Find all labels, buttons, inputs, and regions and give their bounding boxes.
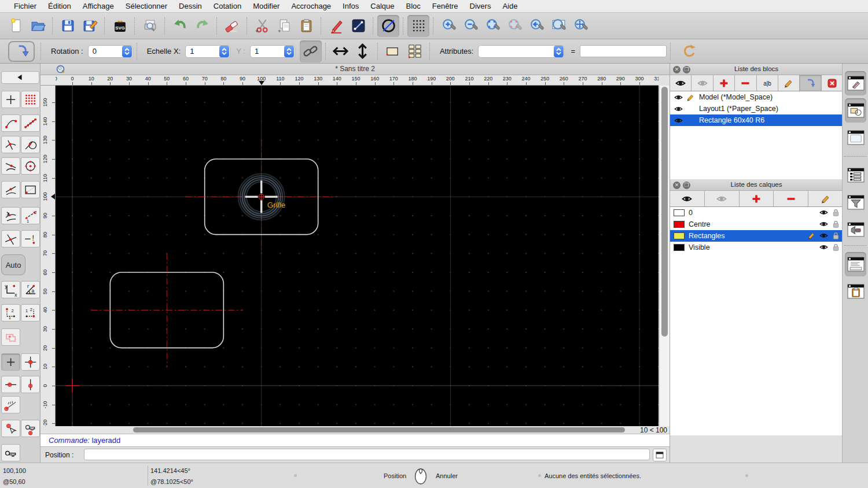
reset-transform-button[interactable] <box>8 41 35 62</box>
layer-lock-icon[interactable] <box>832 220 840 228</box>
scale-y-combo-stepper-icon[interactable] <box>284 46 294 57</box>
coord-relative-2-button[interactable]: 12 <box>21 304 40 321</box>
zoom-window-button[interactable] <box>547 15 569 37</box>
restrict-nothing-button[interactable] <box>1 353 20 371</box>
menu-item-selectionner[interactable]: Sélectionner <box>120 2 173 10</box>
snap-grid-button[interactable] <box>21 91 40 108</box>
dock-clipboard-window-toggle[interactable] <box>845 279 866 304</box>
layer-lock-icon[interactable] <box>832 208 840 217</box>
flip-vertical-button[interactable] <box>352 40 374 62</box>
snap-on-entity-button[interactable] <box>1 181 20 198</box>
scale-x-combo[interactable]: 1 <box>185 45 230 58</box>
show-all-blocks-button[interactable] <box>670 75 692 91</box>
block-visibility-icon[interactable] <box>674 105 683 113</box>
dock-library-browser-toggle[interactable] <box>845 98 866 123</box>
menu-item-infos[interactable]: Infos <box>337 2 365 10</box>
paste-button[interactable] <box>295 15 317 37</box>
document-titlebar[interactable]: * Sans titre 2 <box>41 64 670 75</box>
menu-item-accrochage[interactable]: Accrochage <box>285 2 337 10</box>
block-visibility-icon[interactable] <box>674 93 683 102</box>
draft-mode-button[interactable] <box>377 15 399 37</box>
restrict-vertical-button[interactable] <box>21 376 40 393</box>
coord-cartesian-button[interactable]: yx <box>1 281 20 298</box>
snap-endpoints-button[interactable] <box>1 114 20 132</box>
scale-x-combo-stepper-icon[interactable] <box>219 46 229 57</box>
snap-on-entity-points-button[interactable] <box>21 114 40 132</box>
cut-button[interactable]: + <box>251 15 273 37</box>
command-window-button[interactable] <box>653 449 667 461</box>
position-input[interactable] <box>84 449 650 460</box>
vertical-scrollbar-thumb[interactable] <box>661 87 668 337</box>
menu-item-fichier[interactable]: Fichier <box>8 2 42 10</box>
scale-y-combo[interactable]: 1 <box>250 45 295 58</box>
grid-toggle-button[interactable] <box>407 15 429 37</box>
zoom-in-button[interactable] <box>437 15 459 37</box>
hide-all-layers-button[interactable] <box>705 191 740 206</box>
zoom-pan-button[interactable] <box>569 15 591 37</box>
snap-perpendicular-button[interactable] <box>1 207 20 224</box>
dock-projector-window-toggle[interactable] <box>845 217 866 242</box>
export-svg-button[interactable]: SVG <box>109 15 131 37</box>
menu-item-affichage[interactable]: Affichage <box>77 2 120 10</box>
insert-single-button[interactable] <box>382 40 404 62</box>
layer-visibility-icon[interactable] <box>819 208 828 217</box>
menu-item-edition[interactable]: Édition <box>42 2 77 10</box>
lock-relative-zero-button[interactable] <box>21 420 40 437</box>
save-button[interactable] <box>57 15 79 37</box>
menu-item-dessin[interactable]: Dessin <box>173 2 208 10</box>
snap-distance-button[interactable]: 12 <box>21 207 40 224</box>
copy-button[interactable]: + <box>273 15 295 37</box>
print-preview-button[interactable] <box>139 15 161 37</box>
dock-filter-window-toggle[interactable] <box>845 190 866 215</box>
insert-block-button[interactable] <box>800 75 821 91</box>
block-panel-titlebar[interactable]: ✕❐Liste des blocs <box>670 64 843 75</box>
snap-nearest-button[interactable] <box>1 157 20 175</box>
canvas-svg[interactable]: Grille <box>56 86 659 426</box>
layer-lock-icon[interactable] <box>832 243 840 252</box>
zoom-previous-button[interactable] <box>525 15 547 37</box>
snap-intersection-button[interactable] <box>1 230 20 247</box>
layer-row[interactable]: Centre <box>670 219 843 230</box>
save-as-button[interactable] <box>79 15 101 37</box>
zoom-auto-button[interactable] <box>481 15 503 37</box>
rotation-combo-stepper-icon[interactable] <box>122 46 132 57</box>
dock-preview-window-toggle[interactable] <box>845 125 866 150</box>
edit-pencil-button[interactable] <box>325 15 347 37</box>
attribute-value-input[interactable] <box>580 45 667 57</box>
dock-command-window-toggle[interactable] <box>845 252 866 276</box>
redo-button[interactable] <box>191 15 213 37</box>
menu-item-divers[interactable]: Divers <box>464 2 497 10</box>
layer-row[interactable]: Visible <box>670 242 843 253</box>
dock-list-window-toggle[interactable] <box>845 163 866 187</box>
horizontal-scrollbar-thumb[interactable] <box>133 427 625 432</box>
layer-edit-icon[interactable] <box>807 231 816 240</box>
menu-item-cotation[interactable]: Cotation <box>208 2 247 10</box>
block-row[interactable]: Layout1 (*Paper_Space) <box>670 103 843 114</box>
menu-item-modifier[interactable]: Modifier <box>247 2 285 10</box>
rename-block-button[interactable]: a|b <box>757 75 778 91</box>
snap-tangent-button[interactable] <box>21 136 40 153</box>
snap-intersection-auto-button[interactable] <box>1 136 20 153</box>
menu-item-aide[interactable]: Aide <box>496 2 523 10</box>
snap-back-button[interactable] <box>1 71 39 84</box>
layer-visibility-icon[interactable] <box>819 231 828 240</box>
menu-item-fenetre[interactable]: Fenêtre <box>426 2 464 10</box>
snap-center-button[interactable] <box>21 157 40 175</box>
layer-lock-icon[interactable] <box>832 231 840 240</box>
edit-layer-button[interactable] <box>808 191 843 206</box>
line-tool-button[interactable] <box>347 15 369 37</box>
rotation-combo[interactable]: 0 <box>88 45 133 58</box>
snap-reference-button[interactable] <box>21 181 40 198</box>
undo-transform-button[interactable] <box>678 40 700 62</box>
layer-visibility-icon[interactable] <box>819 243 828 252</box>
remove-block-button[interactable] <box>735 75 756 91</box>
hide-all-blocks-button[interactable] <box>692 75 713 91</box>
restrict-angle-button[interactable] <box>1 396 20 413</box>
layer-row[interactable]: Rectangles <box>670 230 843 242</box>
attributes-combo[interactable] <box>478 45 565 58</box>
menu-item-calque[interactable]: Calque <box>365 2 400 10</box>
link-scales-button[interactable] <box>300 40 322 62</box>
insert-array-button[interactable] <box>404 40 426 62</box>
undo-button[interactable] <box>169 15 191 37</box>
block-row[interactable]: Model (*Model_Space) <box>670 91 843 103</box>
